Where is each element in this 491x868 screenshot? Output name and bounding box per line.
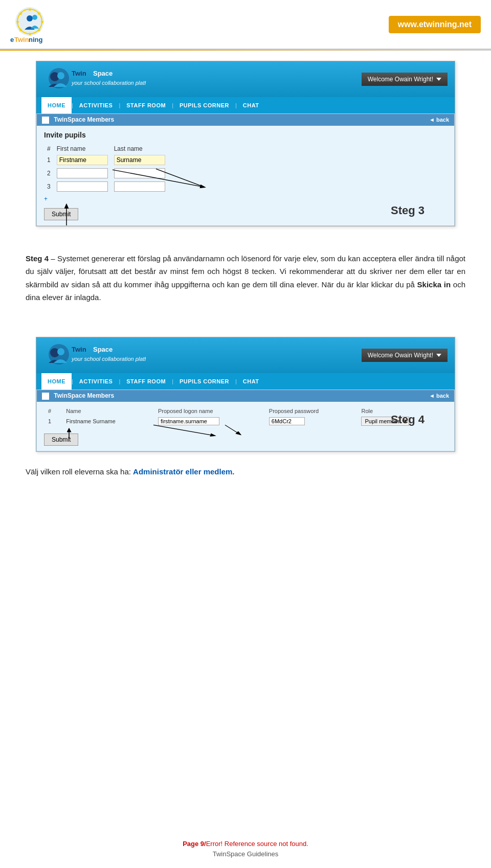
twinspace-block-1: Twin Space your school collaboration pla…	[36, 61, 455, 226]
svg-text:★: ★	[40, 19, 44, 25]
members-panel-title-2: TwinSpace Members	[42, 392, 114, 400]
table-row: 3	[44, 180, 168, 193]
row-num-1: 1	[44, 153, 54, 167]
twinspace-block-2: Twin Space your school collaboration pla…	[36, 337, 455, 452]
back-link-2[interactable]: back	[429, 393, 449, 399]
svg-text:★: ★	[18, 27, 23, 33]
steg4-bold: Skicka in	[417, 280, 451, 289]
nav-pupils-2[interactable]: PUPILS CORNER	[173, 373, 235, 390]
svg-text:★: ★	[15, 19, 20, 25]
welcome-text-1: Welcome Owain Wright!	[368, 76, 433, 83]
col-password: Proposed password	[265, 407, 358, 415]
firstname-input-1[interactable]	[57, 155, 108, 165]
svg-text:★: ★	[28, 7, 32, 12]
svg-text:Space: Space	[93, 346, 113, 353]
page-number: Page 9/Error! Reference source not found…	[0, 839, 491, 848]
header-divider	[0, 50, 491, 51]
page-footer: Page 9/Error! Reference source not found…	[0, 839, 491, 858]
row2-name: Firstname Surname	[62, 415, 154, 427]
svg-text:your school collaboration plat: your school collaboration platform	[71, 356, 146, 362]
welcome-button-1[interactable]: Welcome Owain Wright!	[362, 73, 448, 86]
row-num-3: 3	[44, 180, 54, 193]
bottom-prefix: Välj vilken roll eleverna ska ha:	[26, 467, 133, 476]
col-name: Name	[62, 407, 154, 415]
add-row-link[interactable]: +	[44, 193, 447, 203]
footer-brand: TwinSpace Guidelines	[0, 850, 491, 858]
screenshot2-container: Twin Space your school collaboration pla…	[36, 337, 455, 452]
screenshot1-container: Twin Space your school collaboration pla…	[36, 61, 455, 226]
svg-point-10	[27, 15, 33, 21]
panel-content-2: # Name Proposed logon name Proposed pass…	[37, 402, 454, 451]
row2-num: 1	[44, 415, 62, 427]
nav-home-2[interactable]: HOME	[41, 373, 72, 390]
svg-point-11	[32, 15, 37, 20]
ts-logo-1: Twin Space your school collaboration pla…	[43, 65, 146, 93]
ts-navbar-2: HOME | ACTIVITIES | STAFF ROOM | PUPILS …	[36, 373, 455, 390]
col-hash-2: #	[44, 407, 62, 415]
nav-activities-2[interactable]: ACTIVITIES	[73, 373, 119, 390]
submit-button-2[interactable]: Submit	[44, 433, 78, 446]
invite-table: # First name Last name 1 2	[44, 144, 168, 193]
nav-staffroom-2[interactable]: STAFF ROOM	[120, 373, 172, 390]
nav-chat-2[interactable]: CHAT	[237, 373, 265, 390]
submit-button-1[interactable]: Submit	[44, 208, 78, 220]
panel-page-title-1: Invite pupils	[44, 131, 447, 139]
website-badge: www.etwinning.net	[389, 16, 481, 33]
etwinning-logo-icon: ★ ★ ★ ★ ★ ★ ★ ★ e Twin ning	[10, 5, 56, 43]
svg-point-17	[57, 72, 64, 79]
lastname-input-3[interactable]	[114, 181, 165, 192]
members-header-1: TwinSpace Members back	[37, 114, 454, 126]
members-icon-2	[42, 393, 49, 400]
svg-point-27	[57, 348, 64, 355]
members-panel-title-1: TwinSpace Members	[42, 116, 114, 124]
svg-text:your school collaboration plat: your school collaboration platform	[71, 80, 146, 86]
ts-navbar-1: HOME | ACTIVITIES | STAFF ROOM | PUPILS …	[36, 97, 455, 113]
col-firstname: First name	[54, 144, 111, 153]
text-section-steg4: Steg 4 – Systemet genererar ett förslag …	[0, 237, 491, 327]
proposed-table: # Name Proposed logon name Proposed pass…	[44, 407, 447, 427]
svg-text:Twin: Twin	[14, 36, 29, 43]
lastname-input-1[interactable]	[114, 155, 165, 165]
table-row: 2	[44, 167, 168, 180]
svg-text:ning: ning	[29, 36, 42, 43]
password-input[interactable]	[269, 417, 305, 425]
svg-text:e: e	[10, 36, 14, 43]
nav-staffroom-1[interactable]: STAFF ROOM	[120, 97, 172, 113]
col-logon: Proposed logon name	[154, 407, 265, 415]
firstname-input-2[interactable]	[57, 168, 108, 178]
svg-text:Twin: Twin	[72, 346, 86, 353]
bottom-bold: Administratör eller medlem.	[133, 467, 234, 476]
dropdown-arrow-1	[436, 78, 441, 81]
firstname-input-3[interactable]	[57, 181, 108, 192]
lastname-input-2[interactable]	[114, 168, 165, 178]
ts-topbar-2: Twin Space your school collaboration pla…	[36, 337, 455, 373]
nav-home-1[interactable]: HOME	[41, 97, 72, 113]
nav-chat-1[interactable]: CHAT	[237, 97, 265, 113]
svg-text:★: ★	[37, 11, 41, 16]
svg-text:★: ★	[18, 11, 23, 16]
logo-area: ★ ★ ★ ★ ★ ★ ★ ★ e Twin ning	[10, 5, 56, 43]
welcome-text-2: Welcome Owain Wright!	[368, 352, 433, 359]
steg4-paragraph: Steg 4 – Systemet genererar ett förslag …	[26, 252, 465, 304]
welcome-button-2[interactable]: Welcome Owain Wright!	[362, 349, 448, 362]
steg4-body: Systemet genererar ett förslag på använd…	[26, 254, 465, 289]
nav-activities-1[interactable]: ACTIVITIES	[73, 97, 119, 113]
back-link-1[interactable]: back	[429, 117, 449, 123]
svg-text:Twin: Twin	[72, 70, 86, 77]
col-hash: #	[44, 144, 54, 153]
members-header-2: TwinSpace Members back	[37, 390, 454, 402]
svg-text:Space: Space	[93, 70, 113, 77]
step4-label: Steg 4	[391, 413, 425, 426]
page-header: ★ ★ ★ ★ ★ ★ ★ ★ e Twin ning www.etwinnin…	[0, 0, 491, 50]
table-row: 1	[44, 153, 168, 167]
table-row-2: 1 Firstname Surname Pupil member Adminis…	[44, 415, 447, 427]
ts-logo-2: Twin Space your school collaboration pla…	[43, 341, 146, 369]
dropdown-arrow-2	[436, 354, 441, 357]
steg4-heading: Steg 4	[26, 254, 49, 263]
steg4-dash: –	[51, 254, 57, 263]
col-lastname: Last name	[111, 144, 168, 153]
nav-pupils-1[interactable]: PUPILS CORNER	[173, 97, 235, 113]
members-icon-1	[42, 117, 49, 124]
logon-input[interactable]	[158, 417, 219, 425]
row-num-2: 2	[44, 167, 54, 180]
